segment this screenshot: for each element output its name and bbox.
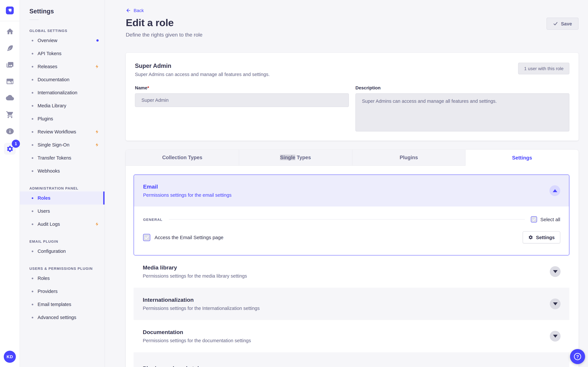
sidenav-title: Settings <box>20 8 104 15</box>
accordion-email-header[interactable]: Email Permissions settings for the email… <box>134 175 569 207</box>
tab-collection-types[interactable]: Collection Types <box>126 150 239 166</box>
role-description-text: Super Admins can access and manage all f… <box>135 72 270 77</box>
bullet <box>32 170 33 172</box>
rail-icon-list: 1 <box>4 26 16 155</box>
lightning-icon <box>95 222 99 226</box>
accordion-internationalization[interactable]: Internationalization Permissions setting… <box>134 288 569 320</box>
bullet <box>32 157 33 159</box>
page-subtitle: Define the rights given to the role <box>126 32 203 38</box>
section-label-email-plugin: EMAIL PLUGIN <box>20 239 104 243</box>
accordion-email-body: GENERAL Select all <box>134 207 569 255</box>
layout-icon[interactable] <box>4 76 16 86</box>
expand-toggle-button[interactable] <box>550 299 561 309</box>
main-content: Back Edit a role Define the rights given… <box>105 0 588 367</box>
accordion-documentation[interactable]: Documentation Permissions settings for t… <box>134 320 569 352</box>
bullet <box>32 291 33 292</box>
permission-action[interactable]: Access the Email Settings page <box>143 234 224 241</box>
accordion-email-title: Email <box>143 184 232 190</box>
content-feather-icon[interactable] <box>4 43 16 53</box>
accordion-email: Email Permissions settings for the email… <box>134 175 569 255</box>
permission-checkbox[interactable] <box>143 234 150 241</box>
bullet <box>32 210 33 212</box>
expand-toggle-button[interactable] <box>550 266 561 277</box>
nav-rail: 1 KD <box>0 0 20 367</box>
sidebar-item-users[interactable]: Users <box>20 205 104 217</box>
app-window: 1 KD Settings GLOBAL SETTINGS Overview A… <box>0 0 588 367</box>
users-with-role-button[interactable]: 1 user with this role <box>518 63 569 74</box>
chevron-down-icon <box>553 302 557 305</box>
bullet <box>32 92 33 93</box>
name-input[interactable]: Super Admin <box>135 93 349 107</box>
sidebar-item-internationalization[interactable]: Internationalization <box>20 86 104 99</box>
accordion-media-library[interactable]: Media library Permissions settings for t… <box>134 255 569 288</box>
role-info-card: Super Admin Super Admins can access and … <box>126 53 579 141</box>
page-title: Edit a role <box>126 17 203 29</box>
user-avatar[interactable]: KD <box>4 351 16 363</box>
sidebar-item-overview[interactable]: Overview <box>20 34 104 47</box>
back-link[interactable]: Back <box>126 8 144 13</box>
bullet <box>32 223 33 225</box>
bullet <box>32 144 33 146</box>
sidebar-item-providers[interactable]: Providers <box>20 285 104 298</box>
expand-toggle-button[interactable] <box>550 331 561 342</box>
tab-single-types[interactable]: Single Types <box>239 150 353 166</box>
accordion-plugins-marketplace[interactable]: Plugins and marketplace <box>134 352 569 367</box>
select-all-checkbox[interactable] <box>531 216 537 223</box>
bullet <box>32 40 33 41</box>
sidebar-item-email-templates[interactable]: Email templates <box>20 298 104 311</box>
marketplace-cart-icon[interactable] <box>4 110 16 119</box>
tab-strip: Collection Types Single Types Plugins Se… <box>126 150 579 166</box>
bullet <box>32 79 33 80</box>
home-icon[interactable] <box>4 26 16 36</box>
strapi-logo[interactable] <box>2 0 17 21</box>
save-button[interactable]: Save <box>546 18 579 30</box>
sidebar-item-releases[interactable]: Releases <box>20 60 104 73</box>
lightning-icon <box>95 64 99 69</box>
tab-plugins[interactable]: Plugins <box>352 150 466 166</box>
bullet <box>32 131 33 133</box>
sidebar-item-configuration[interactable]: Configuration <box>20 245 104 258</box>
check-icon <box>144 235 149 240</box>
required-asterisk: * <box>147 85 149 90</box>
bullet <box>32 250 33 252</box>
sidebar-item-documentation[interactable]: Documentation <box>20 73 104 86</box>
tab-settings[interactable]: Settings <box>466 150 579 166</box>
sidebar-item-plugins[interactable]: Plugins <box>20 112 104 125</box>
bullet <box>32 105 33 107</box>
page-header: Edit a role Define the rights given to t… <box>126 17 579 38</box>
collapse-toggle-button[interactable] <box>549 185 560 196</box>
lightning-icon <box>95 130 99 134</box>
settings-icon[interactable]: 1 <box>4 143 16 155</box>
permissions-panel: Collection Types Single Types Plugins Se… <box>126 150 579 367</box>
sidebar-item-api-tokens[interactable]: API Tokens <box>20 47 104 60</box>
check-icon <box>532 217 536 221</box>
sidebar-item-audit-logs[interactable]: Audit Logs <box>20 217 104 231</box>
select-all-control[interactable]: Select all <box>531 216 560 223</box>
bullet <box>32 118 33 120</box>
sidebar-item-roles-admin[interactable]: Roles <box>20 192 104 205</box>
sidebar-item-transfer-tokens[interactable]: Transfer Tokens <box>20 151 104 164</box>
sidebar-item-media-library[interactable]: Media Library <box>20 99 104 112</box>
lightning-icon <box>95 142 99 147</box>
sidebar-item-review-workflows[interactable]: Review Workflows <box>20 125 104 138</box>
bullet <box>32 277 33 279</box>
role-name-heading: Super Admin <box>135 63 270 69</box>
sidebar-item-single-sign-on[interactable]: Single Sign-On <box>20 138 104 151</box>
info-icon[interactable] <box>4 126 16 136</box>
sidebar-item-webhooks[interactable]: Webhooks <box>20 164 104 177</box>
selected-text: Single <box>280 155 295 160</box>
cloud-icon[interactable] <box>4 93 16 103</box>
sidebar-item-roles-up[interactable]: Roles <box>20 272 104 285</box>
media-library-icon[interactable] <box>4 60 16 69</box>
chevron-up-icon <box>553 189 557 192</box>
bullet <box>32 304 33 305</box>
select-all-label: Select all <box>540 217 560 222</box>
help-button[interactable] <box>570 349 585 364</box>
general-section-label: GENERAL <box>143 217 163 221</box>
permission-settings-button[interactable]: Settings <box>523 231 560 243</box>
check-icon <box>553 21 558 26</box>
description-textarea[interactable]: Super Admins can access and manage all f… <box>355 93 569 132</box>
bullet <box>32 66 33 67</box>
section-label-global-settings: GLOBAL SETTINGS <box>20 29 104 33</box>
sidebar-item-advanced-settings[interactable]: Advanced settings <box>20 311 104 324</box>
